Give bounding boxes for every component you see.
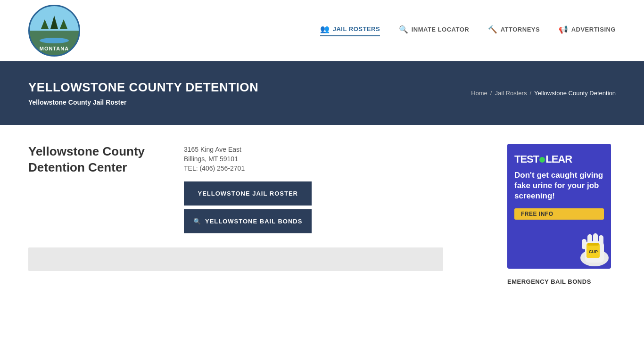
site-logo[interactable]: MONTANA [28,5,80,57]
svg-text:CUP: CUP [589,249,598,254]
nav-advertising[interactable]: 📢 ADVERTISING [559,25,616,36]
page-title: YELLOWSTONE COUNTY DETENTION [28,80,258,95]
facility-address1: 3165 King Ave East [184,146,312,153]
facility-info: 3165 King Ave East Billings, MT 59101 TE… [184,144,312,233]
svg-rect-7 [587,243,599,246]
svg-rect-5 [582,239,586,249]
logo-state-text: MONTANA [40,46,69,51]
hero-text: YELLOWSTONE COUNTY DETENTION Yellowstone… [28,80,258,106]
nav-jail-rosters-icon: 👥 [320,25,330,33]
ad-hand-image: CUP [559,215,611,269]
facility-name: Yellowstone County Detention Center [28,144,160,176]
site-header: MONTANA 👥 JAIL ROSTERS 🔍 INMATE LOCATOR … [0,0,644,61]
jail-roster-button[interactable]: YELLOWSTONE JAIL ROSTER [184,181,312,206]
tree-icon [50,16,58,29]
content-gray-bar [28,247,443,271]
sidebar: TESTLEAR Don't get caught giving fake ur… [507,144,616,289]
breadcrumb-sep1: / [490,90,492,97]
nav-advertising-icon: 📢 [559,25,569,34]
ad-tagline: Don't get caught giving fake urine for y… [514,170,604,201]
nav-jail-rosters[interactable]: 👥 JAIL ROSTERS [320,25,380,36]
facility-address2: Billings, MT 59101 [184,155,312,163]
nav-attorneys-icon: 🔨 [488,25,498,34]
emergency-bail-heading: EMERGENCY BAIL BONDS [507,278,616,285]
logo-area: MONTANA [28,5,80,57]
breadcrumb-home[interactable]: Home [471,90,487,97]
facility-phone: TEL: (406) 256-2701 [184,165,312,172]
nav-inmate-locator-icon: 🔍 [399,25,409,34]
nav-inmate-locator[interactable]: 🔍 INMATE LOCATOR [399,25,469,36]
advertisement-box[interactable]: TESTLEAR Don't get caught giving fake ur… [507,144,611,269]
buttons-area: YELLOWSTONE JAIL ROSTER 🔍 YELLOWSTONE BA… [184,181,312,233]
breadcrumb: Home / Jail Rosters / Yellowstone County… [471,90,616,97]
tree-icon [60,19,67,29]
hand-glove-icon: CUP [559,215,611,267]
page-subtitle: Yellowstone County Jail Roster [28,99,258,106]
bail-bonds-button[interactable]: 🔍 YELLOWSTONE BAIL BONDS [184,209,312,233]
breadcrumb-jail-rosters[interactable]: Jail Rosters [495,90,527,97]
tree-icon [41,19,49,29]
sidebar-emergency: EMERGENCY BAIL BONDS [507,278,616,285]
bail-search-icon: 🔍 [193,218,201,225]
ad-logo: TESTLEAR [514,153,604,165]
breadcrumb-sep2: / [529,90,531,97]
main-content: Yellowstone County Detention Center 3165… [0,125,644,308]
content-area: Yellowstone County Detention Center 3165… [28,144,488,289]
hero-banner: YELLOWSTONE COUNTY DETENTION Yellowstone… [0,61,644,125]
nav-attorneys[interactable]: 🔨 ATTORNEYS [488,25,540,36]
breadcrumb-current: Yellowstone County Detention [534,90,616,97]
facility-section: Yellowstone County Detention Center 3165… [28,144,488,233]
main-nav: 👥 JAIL ROSTERS 🔍 INMATE LOCATOR 🔨 ATTORN… [320,25,616,36]
